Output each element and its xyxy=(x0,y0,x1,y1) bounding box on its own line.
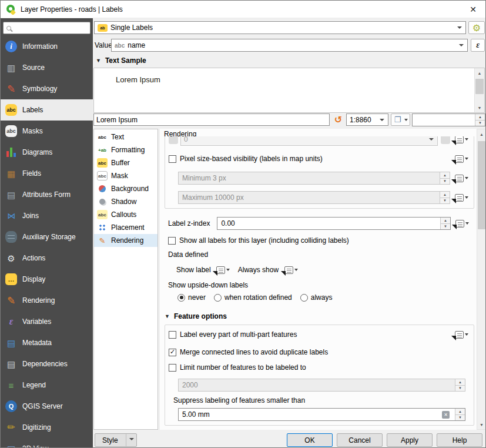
style-menu-button[interactable]: Style xyxy=(95,433,137,447)
label-mode-select[interactable]: ab Single Labels xyxy=(94,21,466,34)
preview-scrollbar[interactable]: ▲ ▼ xyxy=(474,68,484,112)
spin-down-icon[interactable]: ▼ xyxy=(455,385,465,392)
sidebar-item-diagrams[interactable]: Diagrams xyxy=(1,142,93,163)
expression-builder-button[interactable]: ε xyxy=(471,39,485,52)
spinner-arrows[interactable]: ▲▼ xyxy=(440,172,450,184)
sidebar-item-display[interactable]: …Display xyxy=(1,269,93,290)
scrollbar-track[interactable] xyxy=(477,139,486,420)
spin-up-icon[interactable]: ▲ xyxy=(440,172,450,178)
spinner-arrows[interactable]: ▲▼ xyxy=(455,409,465,420)
data-defined-override-button[interactable] xyxy=(453,191,470,204)
sample-text-input[interactable] xyxy=(93,113,330,126)
scroll-up-icon[interactable]: ▲ xyxy=(475,68,484,78)
spin-down-icon[interactable]: ▼ xyxy=(455,414,465,421)
sidebar-search[interactable] xyxy=(3,22,91,34)
style-dropdown-arrow[interactable] xyxy=(126,434,136,446)
sidebar-item-variables[interactable]: εVariables xyxy=(1,311,93,332)
maximum-scale-select[interactable]: 0 xyxy=(180,136,438,146)
scroll-down-icon[interactable]: ▼ xyxy=(475,103,484,112)
data-defined-override-button[interactable] xyxy=(453,136,470,146)
sidebar-item-rendering[interactable]: ✎Rendering xyxy=(1,290,93,311)
ok-button[interactable]: OK xyxy=(287,433,333,447)
sidebar-item-information[interactable]: iInformation xyxy=(1,36,93,57)
data-defined-override-button[interactable] xyxy=(282,263,300,276)
label-every-part-checkbox[interactable] xyxy=(169,331,176,339)
spinner-arrows[interactable]: ▲▼ xyxy=(455,379,465,391)
spin-up-icon[interactable]: ▲ xyxy=(455,409,465,414)
spinner-arrows[interactable]: ▲▼ xyxy=(440,192,450,203)
tab-background[interactable]: Background xyxy=(94,182,157,195)
text-sample-header[interactable]: ▼ Text Sample xyxy=(96,56,146,65)
radio-never[interactable] xyxy=(177,294,185,302)
spinner-arrows[interactable]: ▲▼ xyxy=(475,114,485,126)
scrollbar-thumb[interactable] xyxy=(478,141,485,229)
tab-rendering[interactable]: ✎Rendering xyxy=(94,234,157,247)
close-button[interactable]: ✕ xyxy=(468,4,478,15)
spin-down-icon[interactable]: ▼ xyxy=(475,120,485,126)
limit-features-checkbox[interactable] xyxy=(169,364,176,372)
zindex-spinner[interactable]: 0.00 ▲▼ xyxy=(217,217,451,230)
pixel-size-visibility-checkbox[interactable] xyxy=(169,155,176,163)
suppress-spinner[interactable]: 5.00 mm ✕ ▲▼ xyxy=(178,408,465,421)
sidebar-item-legend[interactable]: ≡Legend xyxy=(1,375,93,396)
sidebar-item-labels[interactable]: abcLabels xyxy=(1,99,93,121)
sidebar-item-auxiliary-storage[interactable]: Auxiliary Storage xyxy=(1,226,93,248)
tab-placement[interactable]: Placement xyxy=(94,221,157,234)
cancel-button[interactable]: Cancel xyxy=(337,433,383,447)
scrollbar-thumb[interactable] xyxy=(475,79,484,94)
sidebar-item-symbology[interactable]: ✎Symbology xyxy=(1,78,93,99)
tab-text[interactable]: abcText xyxy=(94,131,157,143)
sidebar-item-joins[interactable]: ⋈Joins xyxy=(1,205,93,226)
spin-up-icon[interactable]: ▲ xyxy=(455,379,465,385)
sidebar-item-masks[interactable]: abcMasks xyxy=(1,121,93,142)
reset-sample-button[interactable]: ↺ xyxy=(332,113,344,126)
radio-when-rotation-defined[interactable] xyxy=(214,294,222,302)
scroll-down-icon[interactable]: ▼ xyxy=(477,420,486,429)
search-input[interactable] xyxy=(14,22,87,34)
value-field-select[interactable]: abc name xyxy=(111,39,468,52)
spin-down-icon[interactable]: ▼ xyxy=(440,198,450,204)
data-defined-override-button[interactable] xyxy=(214,263,232,276)
apply-button[interactable]: Apply xyxy=(387,433,433,447)
radio-always[interactable] xyxy=(300,294,308,302)
spinner-arrows[interactable]: ▲▼ xyxy=(440,218,450,229)
sidebar-item-metadata[interactable]: ▤Metadata xyxy=(1,332,93,353)
maximum-pixel-spinner[interactable]: Maximum 10000 px ▲▼ xyxy=(178,191,450,204)
sidebar-item-dependencies[interactable]: ▤Dependencies xyxy=(1,353,93,375)
panel-scrollbar[interactable]: ▲ ▼ xyxy=(477,129,486,430)
preview-scale-select[interactable]: 1:8860 xyxy=(346,113,388,126)
spin-up-icon[interactable]: ▲ xyxy=(441,218,450,223)
tab-buffer[interactable]: abcBuffer xyxy=(94,156,157,169)
scroll-up-icon[interactable]: ▲ xyxy=(477,129,486,139)
sidebar-item-actions[interactable]: ⚙Actions xyxy=(1,248,93,269)
show-all-labels-checkbox[interactable] xyxy=(168,237,176,245)
data-defined-override-button[interactable] xyxy=(453,152,470,165)
feature-options-header[interactable]: ▼ Feature options xyxy=(165,312,477,320)
help-button[interactable]: Help xyxy=(437,433,482,447)
set-to-canvas-scale-icon[interactable] xyxy=(441,136,450,144)
sidebar-item-digitizing[interactable]: ✏Digitizing xyxy=(1,417,93,438)
minimum-pixel-spinner[interactable]: Minimum 3 px ▲▼ xyxy=(178,172,450,185)
data-defined-override-button[interactable] xyxy=(453,328,470,341)
sidebar-item-attributes-form[interactable]: ▤Attributes Form xyxy=(1,184,93,205)
tab-formatting[interactable]: +abFormatting xyxy=(94,143,157,156)
tab-callouts[interactable]: abcCallouts xyxy=(94,208,157,221)
map-settings-button[interactable]: ❐ xyxy=(391,113,410,126)
limit-features-spinner[interactable]: 2000 ▲▼ xyxy=(178,379,465,392)
preview-size-spinner[interactable]: ▲▼ xyxy=(412,113,485,126)
data-defined-override-button[interactable] xyxy=(453,172,470,185)
spin-down-icon[interactable]: ▼ xyxy=(441,223,450,230)
sidebar-item-source[interactable]: ▥Source xyxy=(1,57,93,78)
merge-connected-checkbox[interactable] xyxy=(169,349,176,356)
data-defined-override-button[interactable] xyxy=(453,217,471,230)
tab-shadow[interactable]: Shadow xyxy=(94,195,157,208)
sidebar-item-qgis-server[interactable]: QQGIS Server xyxy=(1,396,93,417)
spin-down-icon[interactable]: ▼ xyxy=(440,178,450,185)
clear-value-icon[interactable]: ✕ xyxy=(442,411,450,419)
sidebar-item-3d-view[interactable]: ▣3D View xyxy=(1,438,93,448)
scrollbar-track[interactable] xyxy=(475,78,484,103)
spin-up-icon[interactable]: ▲ xyxy=(475,114,485,120)
auto-placement-settings-button[interactable]: ⚙ xyxy=(468,21,485,34)
tab-mask[interactable]: abcMask xyxy=(94,169,157,182)
spin-up-icon[interactable]: ▲ xyxy=(440,192,450,198)
